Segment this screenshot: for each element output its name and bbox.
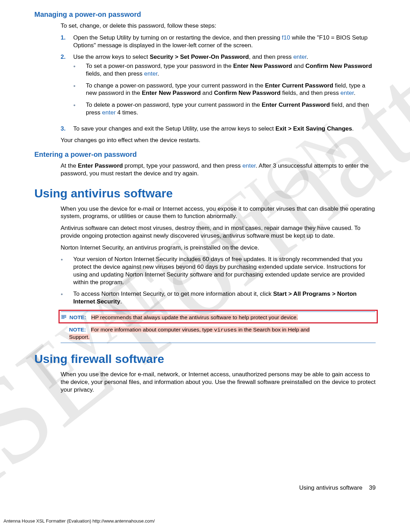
step-2: 2. Use the arrow keys to select Security… xyxy=(61,53,376,120)
substep-set: To set a power-on password, type your pa… xyxy=(73,62,376,78)
key-f10: f10 xyxy=(282,34,290,41)
key-enter: enter xyxy=(102,109,116,116)
antivirus-p3: Norton Internet Security, an antivirus p… xyxy=(61,244,376,252)
firewall-p1: When you use the device for e-mail, netw… xyxy=(61,371,376,393)
note-highlight-box: NOTE:HP recommends that always update th… xyxy=(59,310,378,323)
substep-change: To change a power-on password, type your… xyxy=(73,82,376,97)
heading-entering-power-on: Entering a power-on password xyxy=(34,150,376,159)
note-label: NOTE: xyxy=(69,327,91,332)
key-enter: enter xyxy=(144,70,157,77)
key-enter: enter xyxy=(293,54,307,60)
step-text: To save your changes and exit the Setup … xyxy=(73,125,376,133)
footer-right: Using antivirus software 39 xyxy=(299,484,376,491)
step-1: 1. Open the Setup Utility by turning on … xyxy=(61,34,376,49)
substeps-list: To set a power-on password, type your pa… xyxy=(73,62,376,117)
enter-password-text: At the Enter Password prompt, type your … xyxy=(61,162,376,177)
step-text: Use the arrow keys to select Security > … xyxy=(73,53,376,120)
step-text: Open the Setup Utility by turning on or … xyxy=(73,34,376,49)
step-number: 2. xyxy=(61,53,73,120)
intro-text: To set, change, or delete this password,… xyxy=(61,22,376,30)
antivirus-bullets: Your version of Norton Internet Security… xyxy=(61,255,376,306)
key-enter: enter xyxy=(242,162,256,169)
note-row: NOTE:For more information about computer… xyxy=(61,326,376,341)
heading-firewall: Using firewall software xyxy=(34,352,376,366)
outro-text: Your changes go into effect when the dev… xyxy=(61,136,376,144)
note-box-2: NOTE:For more information about computer… xyxy=(61,324,376,343)
step-number: 3. xyxy=(61,125,73,133)
list-item: To access Norton Internet Security, or t… xyxy=(61,290,376,306)
step-3: 3. To save your changes and exit the Set… xyxy=(61,125,376,133)
antivirus-p2: Antivirus software can detect most virus… xyxy=(61,224,376,240)
list-item: Your version of Norton Internet Security… xyxy=(61,255,376,286)
antivirus-p1: When you use the device for e-mail or In… xyxy=(61,205,376,220)
footer-left: Antenna House XSL Formatter (Evaluation)… xyxy=(4,518,155,524)
note-icon-spacer xyxy=(61,326,69,341)
code-viruses: viruses xyxy=(214,327,237,333)
heading-managing-power-on: Managing a power-on password xyxy=(34,10,376,19)
substep-delete: To delete a power-on password, type your… xyxy=(73,101,376,117)
steps-list: 1. Open the Setup Utility by turning on … xyxy=(61,34,376,133)
heading-antivirus: Using antivirus software xyxy=(34,187,376,200)
page-number: 39 xyxy=(369,484,376,491)
key-enter: enter xyxy=(341,90,354,96)
note-label: NOTE: xyxy=(69,314,91,320)
note-icon xyxy=(61,314,69,321)
note-text-part: For more information about computer viru… xyxy=(91,327,309,332)
note-text: HP recommends that always update the ant… xyxy=(91,314,298,320)
note-row: NOTE:HP recommends that always update th… xyxy=(61,314,375,321)
step-number: 1. xyxy=(61,34,73,49)
